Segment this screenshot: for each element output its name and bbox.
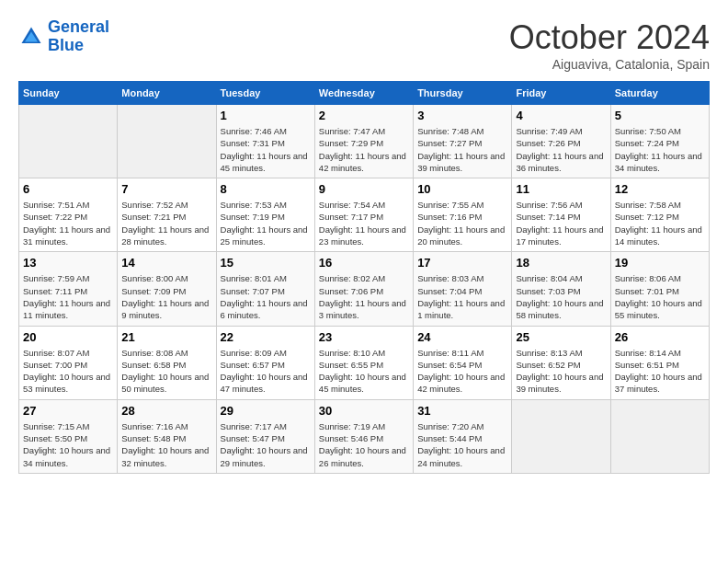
day-number: 9	[319, 182, 409, 196]
calendar-cell: 19Sunrise: 8:06 AM Sunset: 7:01 PM Dayli…	[610, 252, 709, 326]
day-number: 1	[221, 109, 311, 122]
day-number: 14	[121, 256, 211, 270]
logo-icon	[18, 24, 44, 50]
day-number: 12	[615, 182, 705, 196]
cell-info: Sunrise: 7:48 AM Sunset: 7:27 PM Dayligh…	[417, 125, 507, 174]
cell-info: Sunrise: 7:56 AM Sunset: 7:14 PM Dayligh…	[516, 199, 606, 247]
day-number: 29	[221, 404, 311, 418]
day-number: 13	[23, 256, 113, 270]
cell-info: Sunrise: 7:50 AM Sunset: 7:24 PM Dayligh…	[615, 125, 705, 174]
cell-info: Sunrise: 8:07 AM Sunset: 7:00 PM Dayligh…	[23, 347, 113, 396]
day-number: 25	[516, 330, 606, 344]
calendar-cell: 21Sunrise: 8:08 AM Sunset: 6:58 PM Dayli…	[118, 326, 216, 399]
cell-info: Sunrise: 8:01 AM Sunset: 7:07 PM Dayligh…	[221, 272, 311, 321]
day-number: 7	[121, 182, 211, 196]
calendar-cell: 1Sunrise: 7:46 AM Sunset: 7:31 PM Daylig…	[216, 105, 314, 178]
day-number: 28	[121, 404, 211, 418]
day-number: 8	[221, 182, 311, 196]
day-number: 31	[417, 404, 507, 418]
day-number: 23	[319, 330, 409, 344]
cell-info: Sunrise: 7:16 AM Sunset: 5:48 PM Dayligh…	[121, 420, 211, 469]
title-block: October 2024 Aiguaviva, Catalonia, Spain	[509, 18, 710, 72]
week-row-4: 20Sunrise: 8:07 AM Sunset: 7:00 PM Dayli…	[19, 326, 710, 399]
cell-info: Sunrise: 8:06 AM Sunset: 7:01 PM Dayligh…	[615, 272, 705, 321]
cell-info: Sunrise: 7:17 AM Sunset: 5:47 PM Dayligh…	[221, 420, 311, 469]
cell-info: Sunrise: 7:15 AM Sunset: 5:50 PM Dayligh…	[23, 420, 113, 469]
day-number: 24	[417, 330, 507, 344]
cell-info: Sunrise: 8:14 AM Sunset: 6:51 PM Dayligh…	[615, 347, 705, 396]
calendar-cell: 17Sunrise: 8:03 AM Sunset: 7:04 PM Dayli…	[414, 252, 512, 326]
cell-info: Sunrise: 7:54 AM Sunset: 7:17 PM Dayligh…	[319, 199, 409, 247]
calendar-cell: 18Sunrise: 8:04 AM Sunset: 7:03 PM Dayli…	[512, 252, 610, 326]
calendar-cell: 20Sunrise: 8:07 AM Sunset: 7:00 PM Dayli…	[19, 326, 118, 399]
day-number: 11	[516, 182, 606, 196]
calendar-cell: 22Sunrise: 8:09 AM Sunset: 6:57 PM Dayli…	[216, 326, 314, 399]
cell-info: Sunrise: 8:02 AM Sunset: 7:06 PM Dayligh…	[319, 272, 409, 321]
calendar-cell: 23Sunrise: 8:10 AM Sunset: 6:55 PM Dayli…	[314, 326, 413, 399]
cell-info: Sunrise: 7:53 AM Sunset: 7:19 PM Dayligh…	[221, 199, 311, 247]
cell-info: Sunrise: 8:13 AM Sunset: 6:52 PM Dayligh…	[516, 347, 606, 396]
day-number: 5	[615, 109, 705, 122]
calendar-cell: 7Sunrise: 7:52 AM Sunset: 7:21 PM Daylig…	[118, 178, 216, 252]
week-row-3: 13Sunrise: 7:59 AM Sunset: 7:11 PM Dayli…	[19, 252, 710, 326]
calendar-cell: 26Sunrise: 8:14 AM Sunset: 6:51 PM Dayli…	[610, 326, 709, 399]
day-number: 10	[417, 182, 507, 196]
day-number: 27	[23, 404, 113, 418]
calendar-cell: 13Sunrise: 7:59 AM Sunset: 7:11 PM Dayli…	[19, 252, 118, 326]
cell-info: Sunrise: 7:19 AM Sunset: 5:46 PM Dayligh…	[319, 420, 409, 469]
calendar-cell: 9Sunrise: 7:54 AM Sunset: 7:17 PM Daylig…	[314, 178, 413, 252]
week-row-1: 1Sunrise: 7:46 AM Sunset: 7:31 PM Daylig…	[19, 105, 710, 178]
day-number: 30	[319, 404, 409, 418]
day-number: 16	[319, 256, 409, 270]
location-subtitle: Aiguaviva, Catalonia, Spain	[509, 57, 710, 72]
cell-info: Sunrise: 8:03 AM Sunset: 7:04 PM Dayligh…	[417, 272, 507, 321]
cell-info: Sunrise: 7:49 AM Sunset: 7:26 PM Dayligh…	[516, 125, 606, 174]
cell-info: Sunrise: 8:00 AM Sunset: 7:09 PM Dayligh…	[121, 272, 211, 321]
cell-info: Sunrise: 8:04 AM Sunset: 7:03 PM Dayligh…	[516, 272, 606, 321]
calendar-cell: 11Sunrise: 7:56 AM Sunset: 7:14 PM Dayli…	[512, 178, 610, 252]
day-number: 3	[417, 109, 507, 122]
calendar-cell: 12Sunrise: 7:58 AM Sunset: 7:12 PM Dayli…	[610, 178, 709, 252]
calendar-cell: 29Sunrise: 7:17 AM Sunset: 5:47 PM Dayli…	[216, 399, 314, 473]
cell-info: Sunrise: 7:59 AM Sunset: 7:11 PM Dayligh…	[23, 272, 113, 321]
logo-line2: Blue	[48, 37, 109, 55]
logo-text: General Blue	[48, 18, 109, 55]
logo-line1: General	[48, 17, 109, 36]
cell-info: Sunrise: 7:47 AM Sunset: 7:29 PM Dayligh…	[319, 125, 409, 174]
calendar-cell: 28Sunrise: 7:16 AM Sunset: 5:48 PM Dayli…	[118, 399, 216, 473]
cell-info: Sunrise: 8:08 AM Sunset: 6:58 PM Dayligh…	[121, 347, 211, 396]
cell-info: Sunrise: 8:11 AM Sunset: 6:54 PM Dayligh…	[417, 347, 507, 396]
calendar-cell: 27Sunrise: 7:15 AM Sunset: 5:50 PM Dayli…	[19, 399, 118, 473]
calendar-table: SundayMondayTuesdayWednesdayThursdayFrid…	[18, 81, 710, 474]
day-number: 6	[23, 182, 113, 196]
calendar-cell: 30Sunrise: 7:19 AM Sunset: 5:46 PM Dayli…	[314, 399, 413, 473]
calendar-cell: 14Sunrise: 8:00 AM Sunset: 7:09 PM Dayli…	[118, 252, 216, 326]
day-header-friday: Friday	[512, 82, 610, 105]
calendar-cell: 6Sunrise: 7:51 AM Sunset: 7:22 PM Daylig…	[19, 178, 118, 252]
calendar-cell: 4Sunrise: 7:49 AM Sunset: 7:26 PM Daylig…	[512, 105, 610, 178]
day-header-tuesday: Tuesday	[216, 82, 314, 105]
day-number: 26	[615, 330, 705, 344]
cell-info: Sunrise: 7:20 AM Sunset: 5:44 PM Dayligh…	[417, 420, 507, 469]
day-header-sunday: Sunday	[19, 82, 118, 105]
day-number: 22	[221, 330, 311, 344]
cell-info: Sunrise: 7:51 AM Sunset: 7:22 PM Dayligh…	[23, 199, 113, 247]
cell-info: Sunrise: 7:58 AM Sunset: 7:12 PM Dayligh…	[615, 199, 705, 247]
cell-info: Sunrise: 7:55 AM Sunset: 7:16 PM Dayligh…	[417, 199, 507, 247]
calendar-cell	[118, 105, 216, 178]
day-header-thursday: Thursday	[414, 82, 512, 105]
day-number: 18	[516, 256, 606, 270]
calendar-cell: 8Sunrise: 7:53 AM Sunset: 7:19 PM Daylig…	[216, 178, 314, 252]
day-number: 21	[121, 330, 211, 344]
calendar-cell: 24Sunrise: 8:11 AM Sunset: 6:54 PM Dayli…	[414, 326, 512, 399]
calendar-cell: 3Sunrise: 7:48 AM Sunset: 7:27 PM Daylig…	[414, 105, 512, 178]
calendar-cell: 5Sunrise: 7:50 AM Sunset: 7:24 PM Daylig…	[610, 105, 709, 178]
day-number: 2	[319, 109, 409, 122]
month-title: October 2024	[509, 18, 710, 57]
page-header: General Blue October 2024 Aiguaviva, Cat…	[18, 18, 710, 72]
calendar-cell: 16Sunrise: 8:02 AM Sunset: 7:06 PM Dayli…	[314, 252, 413, 326]
day-header-wednesday: Wednesday	[314, 82, 413, 105]
cell-info: Sunrise: 8:10 AM Sunset: 6:55 PM Dayligh…	[319, 347, 409, 396]
day-header-monday: Monday	[118, 82, 216, 105]
calendar-cell: 2Sunrise: 7:47 AM Sunset: 7:29 PM Daylig…	[314, 105, 413, 178]
